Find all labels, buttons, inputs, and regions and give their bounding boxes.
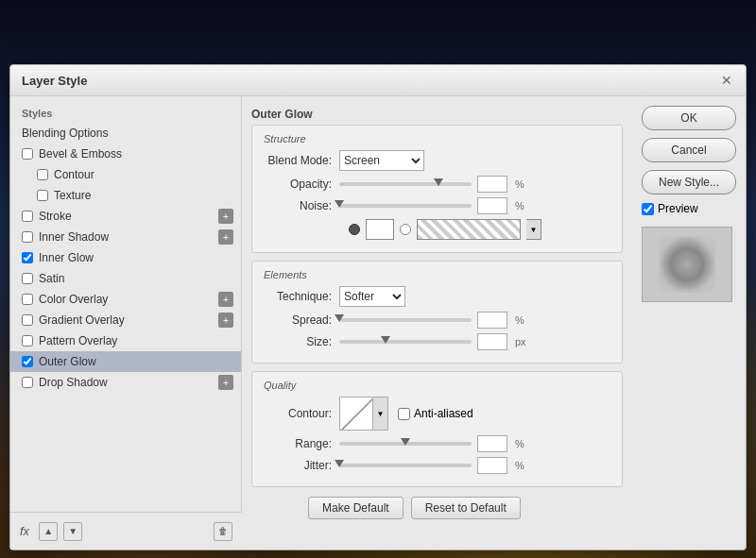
stroke-add-button[interactable]: + — [218, 209, 233, 224]
pattern-overlay-label: Pattern Overlay — [39, 334, 117, 347]
cancel-button[interactable]: Cancel — [642, 138, 736, 162]
spread-label: Spread: — [264, 313, 339, 327]
sidebar-item-texture[interactable]: Texture — [10, 185, 241, 206]
structure-title: Structure — [264, 133, 610, 144]
sidebar-item-outer-glow[interactable]: Outer Glow — [10, 351, 241, 372]
sidebar-item-pattern-overlay[interactable]: Pattern Overlay — [10, 330, 241, 351]
noise-slider-track[interactable] — [339, 204, 472, 208]
sidebar-item-color-overlay[interactable]: Color Overlay + — [10, 289, 241, 310]
texture-checkbox[interactable] — [37, 190, 48, 201]
blend-mode-select[interactable]: NormalDissolveDarkenMultiplyColor BurnLi… — [339, 150, 424, 171]
sidebar-item-gradient-overlay[interactable]: Gradient Overlay + — [10, 310, 241, 330]
pattern-overlay-checkbox[interactable] — [22, 335, 33, 347]
spread-slider-thumb[interactable] — [335, 314, 344, 322]
contour-preview[interactable] — [339, 397, 373, 431]
close-button[interactable]: ✕ — [719, 73, 734, 88]
size-unit: px — [515, 336, 526, 347]
color-radio[interactable] — [349, 224, 360, 235]
opacity-value[interactable]: 75 — [477, 176, 507, 193]
ok-button[interactable]: OK — [642, 106, 736, 130]
noise-label: Noise: — [264, 199, 339, 212]
sidebar-item-contour[interactable]: Contour — [10, 164, 241, 185]
move-up-button[interactable]: ▲ — [39, 522, 58, 541]
range-row: Range: 50 % — [264, 435, 610, 452]
range-label: Range: — [264, 437, 339, 450]
spread-slider-track[interactable] — [339, 318, 472, 322]
gradient-radio[interactable] — [400, 224, 411, 235]
inner-shadow-checkbox[interactable] — [22, 231, 33, 243]
drop-shadow-label: Drop Shadow — [39, 376, 108, 389]
blend-mode-label: Blend Mode: — [264, 154, 339, 167]
gradient-swatch[interactable] — [417, 219, 521, 240]
preview-checkbox[interactable] — [642, 203, 654, 215]
inner-glow-checkbox[interactable] — [22, 252, 33, 263]
bevel-emboss-checkbox[interactable] — [22, 148, 33, 160]
sidebar-item-satin[interactable]: Satin — [10, 268, 241, 289]
anti-alias-checkbox[interactable] — [398, 408, 410, 420]
svg-line-0 — [340, 397, 373, 431]
drop-shadow-add-button[interactable]: + — [218, 375, 233, 390]
opacity-row: Opacity: 75 % — [264, 176, 610, 193]
make-default-button[interactable]: Make Default — [308, 497, 404, 519]
dialog-title: Layer Style — [22, 74, 87, 88]
color-overlay-add-button[interactable]: + — [218, 292, 233, 307]
color-overlay-checkbox[interactable] — [22, 294, 33, 305]
opacity-slider-track[interactable] — [339, 182, 472, 186]
gradient-overlay-checkbox[interactable] — [22, 314, 33, 326]
spread-value[interactable]: 0 — [477, 312, 507, 329]
reset-to-default-button[interactable]: Reset to Default — [411, 497, 521, 519]
size-slider-thumb[interactable] — [381, 336, 390, 344]
contour-dropdown-button[interactable]: ▼ — [373, 397, 388, 431]
color-gradient-row: ▼ — [264, 219, 610, 240]
size-slider-track[interactable] — [339, 340, 472, 344]
gradient-dropdown-button[interactable]: ▼ — [526, 219, 541, 240]
satin-checkbox[interactable] — [22, 273, 33, 284]
inner-shadow-label: Inner Shadow — [39, 230, 109, 244]
contour-label: Contour — [54, 168, 94, 181]
delete-button[interactable]: 🗑 — [214, 522, 232, 541]
range-slider-track[interactable] — [339, 442, 472, 446]
range-value[interactable]: 50 — [477, 435, 507, 452]
noise-slider-thumb[interactable] — [335, 200, 344, 208]
opacity-slider-thumb[interactable] — [434, 178, 443, 186]
jitter-slider-container: 0 % — [339, 457, 524, 474]
anti-alias-control[interactable]: Anti-aliased — [398, 407, 473, 420]
preview-label: Preview — [658, 202, 698, 215]
sidebar-item-inner-shadow[interactable]: Inner Shadow + — [10, 227, 241, 247]
jitter-slider-track[interactable] — [339, 464, 472, 467]
jitter-value[interactable]: 0 — [477, 457, 507, 474]
size-value[interactable]: 21 — [477, 333, 507, 350]
range-slider-thumb[interactable] — [401, 438, 410, 446]
outer-glow-checkbox[interactable] — [22, 356, 33, 367]
texture-label: Texture — [54, 189, 91, 202]
drop-shadow-checkbox[interactable] — [22, 377, 33, 388]
jitter-slider-thumb[interactable] — [335, 460, 344, 467]
inner-shadow-add-button[interactable]: + — [218, 229, 233, 245]
elements-section: Elements Technique: Softer Precise Sprea… — [251, 261, 623, 364]
technique-row: Technique: Softer Precise — [264, 286, 610, 307]
move-down-button[interactable]: ▼ — [63, 522, 82, 541]
left-panel: Styles Blending Options Bevel & Emboss C… — [10, 96, 242, 550]
contour-label: Contour: — [264, 407, 339, 420]
sidebar-item-bevel-emboss[interactable]: Bevel & Emboss — [10, 144, 241, 164]
structure-section: Structure Blend Mode: NormalDissolveDark… — [251, 125, 623, 253]
quality-section: Quality Contour: ▼ Anti-aliased — [251, 371, 623, 487]
spread-row: Spread: 0 % — [264, 312, 610, 329]
sidebar-item-inner-glow[interactable]: Inner Glow — [10, 247, 241, 268]
color-swatch[interactable] — [366, 219, 394, 240]
contour-control: ▼ Anti-aliased — [339, 397, 473, 431]
technique-select[interactable]: Softer Precise — [339, 286, 405, 307]
preview-check-row: Preview — [642, 202, 736, 215]
gradient-overlay-add-button[interactable]: + — [218, 313, 233, 328]
size-label: Size: — [264, 335, 339, 348]
noise-value[interactable]: 0 — [477, 197, 507, 214]
contour-checkbox[interactable] — [37, 169, 48, 180]
sidebar-item-stroke[interactable]: Stroke + — [10, 206, 241, 227]
range-slider-container: 50 % — [339, 435, 524, 452]
new-style-button[interactable]: New Style... — [642, 170, 736, 194]
sidebar-item-blending-options[interactable]: Blending Options — [10, 123, 241, 144]
anti-alias-label: Anti-aliased — [414, 407, 473, 420]
stroke-checkbox[interactable] — [22, 211, 33, 222]
sidebar-item-drop-shadow[interactable]: Drop Shadow + — [10, 372, 241, 393]
noise-unit: % — [515, 200, 524, 211]
